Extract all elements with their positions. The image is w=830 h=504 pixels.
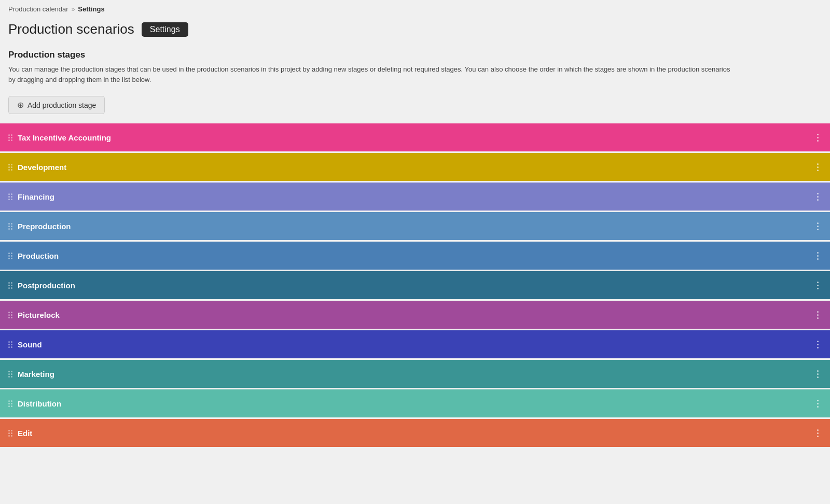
stage-menu-button[interactable] [814, 309, 822, 321]
stage-row[interactable]: Development [0, 153, 830, 181]
drag-dot-row [8, 344, 12, 345]
stage-menu-button[interactable] [814, 132, 822, 144]
stage-menu-button[interactable] [814, 250, 822, 262]
stage-menu-button[interactable] [814, 191, 822, 203]
stage-name: Picturelock [18, 311, 814, 319]
menu-dot [817, 255, 819, 257]
drag-dot [11, 405, 12, 407]
menu-dot [817, 288, 819, 289]
drag-dot-row [8, 346, 12, 348]
stage-menu-button[interactable] [814, 368, 822, 380]
drag-dot [8, 314, 10, 316]
drag-dot [11, 228, 12, 230]
drag-dot [8, 405, 10, 407]
stage-menu-button[interactable] [814, 161, 822, 173]
drag-handle[interactable] [8, 400, 12, 407]
drag-handle[interactable] [8, 312, 12, 318]
drag-dot [11, 376, 12, 377]
drag-handle[interactable] [8, 223, 12, 230]
stage-menu-button[interactable] [814, 279, 822, 291]
drag-dot-row [8, 228, 12, 230]
drag-dot [8, 199, 10, 200]
drag-dot [11, 400, 12, 402]
drag-dot [11, 169, 12, 171]
stage-row[interactable]: Financing [0, 183, 830, 211]
drag-dot [8, 287, 10, 289]
drag-dot [11, 287, 12, 289]
drag-dot [11, 317, 12, 318]
drag-handle[interactable] [8, 134, 12, 141]
stage-menu-button[interactable] [814, 339, 822, 351]
add-production-stage-label: Add production stage [27, 101, 96, 109]
stage-row-inner: Sound [8, 330, 822, 358]
drag-dot [8, 196, 10, 198]
drag-handle[interactable] [8, 193, 12, 200]
drag-dot [11, 255, 12, 257]
drag-dot [11, 285, 12, 286]
drag-dot [11, 435, 12, 437]
drag-dot [8, 341, 10, 343]
drag-dot [11, 371, 12, 372]
page-title: Production scenarios [8, 21, 134, 37]
drag-handle[interactable] [8, 430, 12, 437]
stage-row[interactable]: Tax Incentive Accounting [0, 123, 830, 151]
breadcrumb: Production calendar » Settings [0, 0, 830, 17]
drag-dot [8, 376, 10, 377]
section-description: You can manage the production stages tha… [8, 64, 735, 85]
breadcrumb-parent-link[interactable]: Production calendar [8, 5, 68, 13]
menu-dot [817, 400, 819, 401]
drag-dot-row [8, 137, 12, 138]
drag-dot [8, 371, 10, 372]
drag-dot [11, 432, 12, 434]
menu-dot [817, 311, 819, 313]
menu-dot [817, 170, 819, 171]
stage-row[interactable]: Distribution [0, 389, 830, 417]
drag-dot [8, 223, 10, 225]
drag-handle[interactable] [8, 253, 12, 259]
drag-dot [8, 137, 10, 138]
stage-row[interactable]: Preproduction [0, 212, 830, 240]
stage-menu-button[interactable] [814, 220, 822, 232]
drag-dot-row [8, 164, 12, 165]
drag-dot [8, 255, 10, 257]
drag-handle[interactable] [8, 164, 12, 171]
drag-dot [11, 373, 12, 375]
drag-dot [8, 169, 10, 171]
drag-handle[interactable] [8, 341, 12, 348]
stage-row[interactable]: Edit [0, 419, 830, 447]
stage-row[interactable]: Picturelock [0, 301, 830, 329]
section-header: Production stages You can manage the pro… [0, 46, 830, 88]
drag-dot-row [8, 312, 12, 313]
drag-dot-row [8, 317, 12, 318]
drag-dot [11, 346, 12, 348]
drag-handle[interactable] [8, 282, 12, 289]
menu-dot [817, 137, 819, 138]
add-production-stage-button[interactable]: ⊕ Add production stage [8, 96, 105, 114]
menu-dot [817, 134, 819, 135]
stage-row[interactable]: Sound [0, 330, 830, 358]
drag-dot [11, 430, 12, 431]
drag-dot-row [8, 139, 12, 141]
stage-menu-button[interactable] [814, 427, 822, 439]
stage-row[interactable]: Production [0, 242, 830, 270]
drag-dot [8, 258, 10, 259]
stage-row-inner: Production [8, 242, 822, 270]
menu-dot [817, 229, 819, 230]
stage-row-inner: Tax Incentive Accounting [8, 123, 822, 151]
stage-row[interactable]: Postproduction [0, 271, 830, 299]
stage-name: Marketing [18, 370, 814, 379]
stage-row-inner: Financing [8, 183, 822, 211]
stage-name: Sound [18, 340, 814, 349]
menu-dot [817, 403, 819, 404]
stage-menu-button[interactable] [814, 398, 822, 410]
stage-name: Distribution [18, 399, 814, 408]
settings-badge: Settings [142, 22, 188, 37]
menu-dot [817, 258, 819, 260]
menu-dot [817, 163, 819, 165]
menu-dot [817, 373, 819, 375]
section-title: Production stages [8, 50, 822, 60]
menu-dot [817, 166, 819, 168]
drag-dot [8, 344, 10, 345]
drag-handle[interactable] [8, 371, 12, 377]
stage-row[interactable]: Marketing [0, 360, 830, 388]
